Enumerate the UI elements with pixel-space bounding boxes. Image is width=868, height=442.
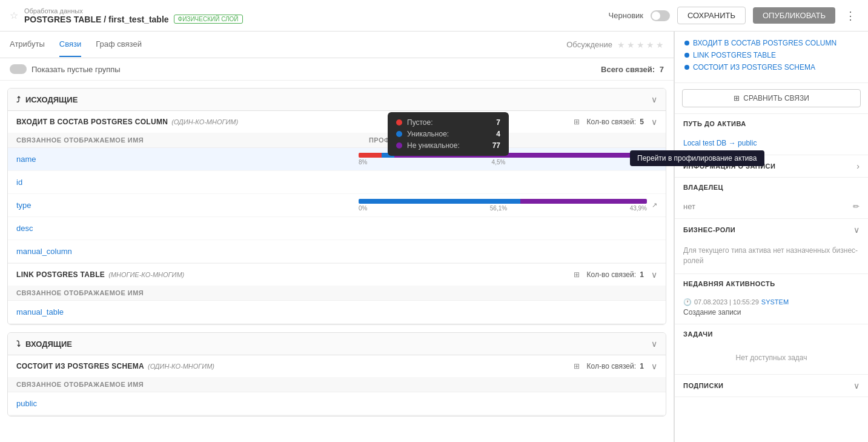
outgoing-section: ⤴ ИСХОДЯЩИЕ ∨ ВХОДИТ В СОСТАВ POSTGRES C… — [7, 88, 666, 325]
table-row-desc: desc — [8, 217, 666, 240]
empty-groups-toggle[interactable] — [10, 64, 27, 74]
rating-stars[interactable]: ★ ★ ★ ★ ★ — [617, 40, 664, 50]
table-row-type: type 0% 56,1% — [8, 194, 666, 217]
external-link-name[interactable]: ↗ — [652, 155, 657, 163]
relation-group-schema-title: СОСТОИТ ИЗ POSTGRES SCHEMA — [16, 362, 144, 370]
biz-section: БИЗНЕС-РОЛИ ∨ Для текущего типа актива н… — [675, 219, 868, 274]
save-button[interactable]: СОХРАНИТЬ — [677, 7, 746, 24]
star-3[interactable]: ★ — [637, 40, 644, 50]
activity-user[interactable]: SYSTEM — [761, 298, 789, 306]
tab-graph[interactable]: Граф связей — [96, 32, 142, 57]
link-name[interactable]: name — [16, 155, 359, 164]
relation-group-table-title: LINK POSTGRES TABLE — [16, 270, 105, 279]
star-5[interactable]: ★ — [656, 40, 664, 50]
right-link-schema[interactable]: СОСТОИТ ИЗ POSTGRES SCHEMA — [684, 63, 858, 72]
tasks-title: ЗАДАЧИ — [683, 330, 713, 338]
info-title: ИНФОРМАЦИЯ О ЗАПИСИ — [683, 162, 775, 170]
table-group-chevron[interactable]: ∨ — [651, 270, 657, 280]
total-links: Всего связей: 7 — [601, 65, 664, 74]
edit-owner-icon[interactable]: ✏ — [853, 202, 860, 211]
link-dot-column — [684, 41, 689, 45]
bar-empty-name — [359, 153, 382, 158]
subs-section-header[interactable]: ПОДПИСКИ ∨ — [675, 375, 868, 397]
incoming-chevron[interactable]: ∨ — [651, 339, 657, 349]
path-section: ПУТЬ ДО АКТИВА Local test DB → public — [675, 114, 868, 155]
relation-group-table-header: LINK POSTGRES TABLE (МНОГИЕ-КО-МНОГИМ) ⊞… — [8, 264, 666, 286]
compare-section: ⊞ СРАВНИТЬ СВЯЗИ — [675, 83, 868, 114]
external-link-type[interactable]: ↗ — [652, 201, 657, 209]
outgoing-section-header[interactable]: ⤴ ИСХОДЯЩИЕ ∨ — [8, 89, 666, 111]
biz-section-header[interactable]: БИЗНЕС-РОЛИ ∨ — [675, 219, 868, 241]
relation-group-schema-actions: ⊞ Кол-во связей: 1 ∨ — [574, 361, 658, 371]
label-unique-type: 56,1% — [490, 205, 507, 212]
discussion-area: Обсуждение ★ ★ ★ ★ ★ — [566, 40, 664, 50]
link-public[interactable]: public — [16, 399, 657, 408]
table-row-public: public — [8, 392, 666, 415]
right-link-table[interactable]: LINK POSTGRES TABLE — [684, 51, 858, 59]
bar-unique-type — [359, 199, 520, 204]
incoming-section-header[interactable]: ⤵ ВХОДЯЩИЕ ∨ — [8, 333, 666, 355]
profile-bar-name: 8% 4,5% 87,5% — [359, 155, 647, 164]
path-value[interactable]: Local test DB → public — [683, 139, 757, 147]
main-layout: Атрибуты Связи Граф связей Обсуждение ★ … — [0, 32, 868, 442]
link-id[interactable]: id — [16, 178, 657, 187]
grid-icon-schema[interactable]: ⊞ — [574, 362, 580, 370]
relation-group-table: LINK POSTGRES TABLE (МНОГИЕ-КО-МНОГИМ) ⊞… — [8, 264, 666, 324]
column-table-header: СВЯЗАННОЕ ОТОБРАЖАЕМОЕ ИМЯ ПРОФИЛИРОВАНИ… — [8, 133, 666, 148]
compare-button[interactable]: ⊞ СРАВНИТЬ СВЯЗИ — [682, 89, 861, 107]
total-label: Всего связей: — [601, 65, 655, 74]
draft-label: Черновик — [609, 11, 643, 20]
owner-section-header: ВЛАДЕЛЕЦ — [675, 178, 868, 197]
grid-icon-column[interactable]: ⊞ — [574, 118, 580, 126]
col-profile-header: ПРОФИЛИРОВАНИЕ — [369, 136, 657, 144]
tab-links[interactable]: Связи — [59, 32, 81, 57]
tasks-empty: Нет доступных задач — [683, 349, 860, 367]
link-desc[interactable]: desc — [16, 224, 657, 233]
path-body: Local test DB → public — [675, 133, 868, 155]
link-manual-table[interactable]: manual_table — [16, 307, 657, 316]
owner-value: нет — [683, 202, 695, 211]
star-1[interactable]: ★ — [617, 40, 625, 50]
relation-group-column-actions: ⊞ Кол-во связей: 5 ∨ — [574, 117, 658, 127]
star-4[interactable]: ★ — [646, 40, 654, 50]
activity-date-row: 🕐 07.08.2023 | 10:55:29 SYSTEM — [683, 298, 860, 306]
label-nonunique-name: 87,5% — [630, 159, 647, 166]
right-link-column[interactable]: ВХОДИТ В СОСТАВ POSTGRES COLUMN — [684, 39, 858, 47]
subs-chevron[interactable]: ∨ — [853, 381, 860, 390]
column-group-chevron[interactable]: ∨ — [651, 117, 657, 127]
link-type[interactable]: type — [16, 201, 359, 210]
header-right: Черновик СОХРАНИТЬ ОПУБЛИКОВАТЬ ⋮ — [609, 7, 858, 25]
bar-unique-name — [382, 153, 394, 158]
biz-body: Для текущего типа актива нет назначенных… — [675, 241, 868, 273]
path-title: ПУТЬ ДО АКТИВА — [683, 120, 746, 127]
tasks-section-header[interactable]: ЗАДАЧИ — [675, 324, 868, 344]
grid-icon-table[interactable]: ⊞ — [574, 270, 580, 279]
draft-toggle[interactable] — [651, 10, 670, 21]
info-section-header[interactable]: ИНФОРМАЦИЯ О ЗАПИСИ › — [675, 155, 868, 177]
compare-icon: ⊞ — [734, 94, 740, 102]
breadcrumb-title: POSTGRES TABLE / first_test_table — [24, 15, 169, 24]
biz-empty: Для текущего типа актива нет назначенных… — [683, 246, 858, 265]
outgoing-chevron[interactable]: ∨ — [651, 95, 657, 104]
link-manual-column[interactable]: manual_column — [16, 247, 657, 256]
tasks-body: Нет доступных задач — [675, 344, 868, 374]
tab-attributes[interactable]: Атрибуты — [10, 32, 45, 57]
incoming-section: ⤵ ВХОДЯЩИЕ ∨ СОСТОИТ ИЗ POSTGRES SCHEMA … — [7, 332, 666, 417]
info-chevron[interactable]: › — [856, 161, 860, 171]
incoming-icon: ⤵ — [16, 340, 21, 349]
schema-group-chevron[interactable]: ∨ — [651, 361, 657, 371]
relation-group-schema-type: (ОДИН-КО-МНОГИМ) — [148, 363, 214, 370]
col-name-header2: СВЯЗАННОЕ ОТОБРАЖАЕМОЕ ИМЯ — [16, 289, 657, 296]
star-2[interactable]: ★ — [627, 40, 635, 50]
menu-icon[interactable]: ⋮ — [843, 7, 858, 25]
biz-chevron[interactable]: ∨ — [853, 225, 860, 235]
relation-group-table-type: (МНОГИЕ-КО-МНОГИМ) — [108, 271, 184, 278]
profile-bar-type: 0% 56,1% 43,9% — [359, 201, 647, 210]
path-section-header[interactable]: ПУТЬ ДО АКТИВА — [675, 114, 868, 133]
col-name-header: СВЯЗАННОЕ ОТОБРАЖАЕМОЕ ИМЯ — [16, 136, 369, 144]
bar-nonunique-name — [394, 153, 647, 158]
publish-button[interactable]: ОПУБЛИКОВАТЬ — [753, 7, 835, 24]
right-links-list: ВХОДИТ В СОСТАВ POSTGRES COLUMN LINK POS… — [675, 32, 868, 83]
subs-section: ПОДПИСКИ ∨ — [675, 375, 868, 397]
star-icon[interactable]: ☆ — [10, 10, 18, 21]
